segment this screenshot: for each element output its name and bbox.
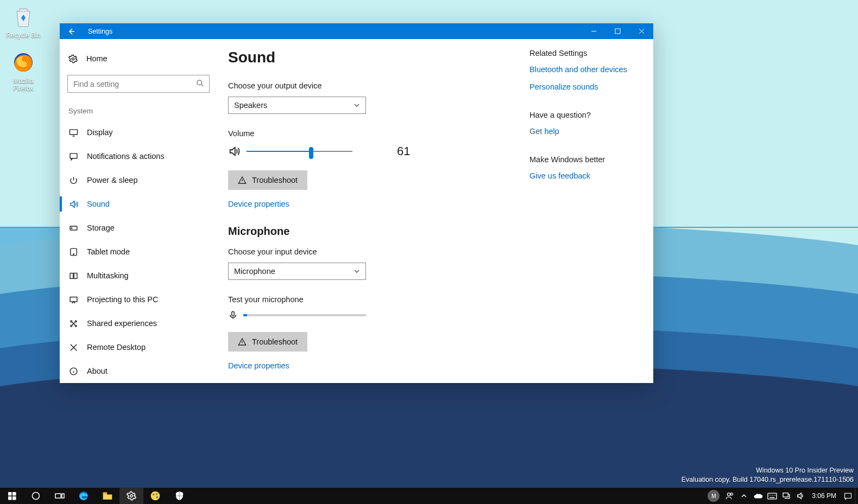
tray-clock[interactable]: 3:06 PM: [807, 492, 841, 500]
shared-icon: [68, 318, 78, 328]
sidebar-item-label: Notifications & actions: [87, 152, 165, 161]
svg-point-30: [153, 494, 154, 495]
settings-window: Settings Home: [60, 23, 653, 383]
start-button[interactable]: [0, 488, 24, 504]
speaker-icon[interactable]: [228, 145, 240, 157]
link-personalize-sounds[interactable]: Personalize sounds: [529, 82, 638, 91]
mic-troubleshoot-button[interactable]: Troubleshoot: [228, 332, 307, 352]
desktop-icon-firefox[interactable]: Mozilla Firefox: [3, 50, 43, 92]
taskbar-app-security[interactable]: [167, 488, 191, 504]
taskbar[interactable]: M 3:06 PM: [0, 488, 858, 504]
remote-icon: [68, 342, 78, 352]
taskbar-app-settings[interactable]: [119, 488, 143, 504]
svg-point-23: [33, 493, 40, 500]
sidebar-item-tablet[interactable]: Tablet mode: [60, 240, 217, 264]
svg-point-28: [130, 495, 133, 497]
chevron-down-icon: [354, 268, 360, 275]
firefox-icon: [11, 50, 36, 75]
link-get-help[interactable]: Get help: [529, 127, 638, 136]
sidebar-item-power[interactable]: Power & sleep: [60, 168, 217, 192]
storage-icon: [68, 223, 78, 233]
svg-rect-20: [12, 492, 16, 496]
svg-rect-18: [232, 311, 235, 316]
sidebar-item-label: Sound: [87, 200, 110, 208]
sidebar-item-remote[interactable]: Remote Desktop: [60, 335, 217, 359]
output-device-dropdown[interactable]: Speakers: [228, 97, 366, 114]
svg-rect-1: [615, 29, 620, 34]
minimize-button[interactable]: [582, 23, 605, 39]
show-desktop-button[interactable]: [855, 488, 858, 504]
projecting-icon: [68, 295, 78, 304]
mic-device-properties-link[interactable]: Device properties: [228, 361, 289, 370]
back-button[interactable]: [60, 23, 84, 39]
sidebar-search[interactable]: [67, 75, 210, 93]
dropdown-selected: Microphone: [234, 267, 275, 276]
link-feedback[interactable]: Give us feedback: [529, 171, 638, 180]
microphone-icon: [228, 310, 238, 320]
svg-rect-21: [8, 496, 12, 500]
svg-rect-37: [844, 493, 851, 498]
tray-onedrive-icon[interactable]: [751, 488, 765, 504]
sidebar-item-label: Storage: [87, 224, 115, 232]
tablet-icon: [68, 247, 78, 257]
svg-point-29: [151, 492, 160, 501]
sidebar-home-label: Home: [86, 54, 108, 63]
svg-point-31: [156, 493, 157, 495]
better-heading: Make Windows better: [529, 155, 638, 164]
volume-value: 61: [397, 144, 410, 158]
warning-icon: [238, 176, 247, 184]
sidebar-item-shared[interactable]: Shared experiences: [60, 311, 217, 335]
tray-notifications-icon[interactable]: [841, 488, 855, 504]
sidebar-item-sound[interactable]: Sound: [60, 192, 217, 216]
svg-rect-25: [62, 494, 64, 498]
titlebar[interactable]: Settings: [60, 23, 653, 39]
tray-people-icon[interactable]: [723, 488, 737, 504]
taskbar-app-edge[interactable]: [72, 488, 96, 504]
cortana-button[interactable]: [24, 488, 48, 504]
task-view-button[interactable]: [48, 488, 72, 504]
tray-chevron-up-icon[interactable]: [737, 488, 751, 504]
power-icon: [68, 175, 78, 185]
svg-rect-22: [12, 496, 16, 500]
sidebar-item-about[interactable]: About: [60, 359, 217, 383]
tray-keyboard-icon[interactable]: [765, 488, 779, 504]
windows-watermark: Windows 10 Pro Insider Preview Evaluatio…: [682, 466, 854, 484]
sidebar-item-label: Shared experiences: [87, 319, 157, 328]
tray-network-icon[interactable]: [779, 488, 793, 504]
sidebar-item-notifications[interactable]: Notifications & actions: [60, 144, 217, 168]
sidebar-item-label: Tablet mode: [87, 247, 130, 256]
sidebar-item-projecting[interactable]: Projecting to this PC: [60, 288, 217, 311]
taskbar-app-paint[interactable]: [143, 488, 167, 504]
sidebar-item-display[interactable]: Display: [60, 120, 217, 144]
window-title: Settings: [88, 28, 112, 35]
svg-point-33: [728, 493, 730, 496]
svg-point-2: [72, 58, 74, 60]
desktop: Recycle Bin Mozilla Firefox Windows 10 P…: [0, 0, 858, 504]
output-troubleshoot-button[interactable]: Troubleshoot: [228, 170, 307, 190]
sidebar-item-multitasking[interactable]: Multitasking: [60, 264, 217, 288]
svg-point-32: [156, 496, 158, 498]
taskbar-app-explorer[interactable]: [96, 488, 119, 504]
volume-slider[interactable]: [247, 146, 352, 157]
microphone-heading: Microphone: [228, 225, 529, 238]
link-bluetooth[interactable]: Bluetooth and other devices: [529, 65, 638, 74]
close-button[interactable]: [629, 23, 653, 39]
related-settings-heading: Related Settings: [529, 49, 638, 58]
sidebar-item-label: Display: [87, 128, 113, 137]
output-device-properties-link[interactable]: Device properties: [228, 200, 289, 208]
maximize-button[interactable]: [605, 23, 629, 39]
sidebar-item-label: Power & sleep: [87, 176, 138, 184]
notifications-icon: [68, 151, 78, 161]
people-button[interactable]: M: [708, 490, 720, 502]
svg-point-9: [73, 254, 73, 254]
main-content: Sound Choose your output device Speakers…: [228, 49, 529, 372]
search-input[interactable]: [67, 75, 210, 93]
sidebar-home[interactable]: Home: [60, 48, 217, 69]
tray-volume-icon[interactable]: [793, 488, 807, 504]
desktop-icon-recycle-bin[interactable]: Recycle Bin: [3, 4, 43, 39]
svg-point-34: [731, 493, 733, 495]
about-icon: [68, 366, 78, 376]
sidebar-item-storage[interactable]: Storage: [60, 216, 217, 240]
input-device-dropdown[interactable]: Microphone: [228, 263, 366, 280]
svg-point-14: [75, 320, 77, 322]
